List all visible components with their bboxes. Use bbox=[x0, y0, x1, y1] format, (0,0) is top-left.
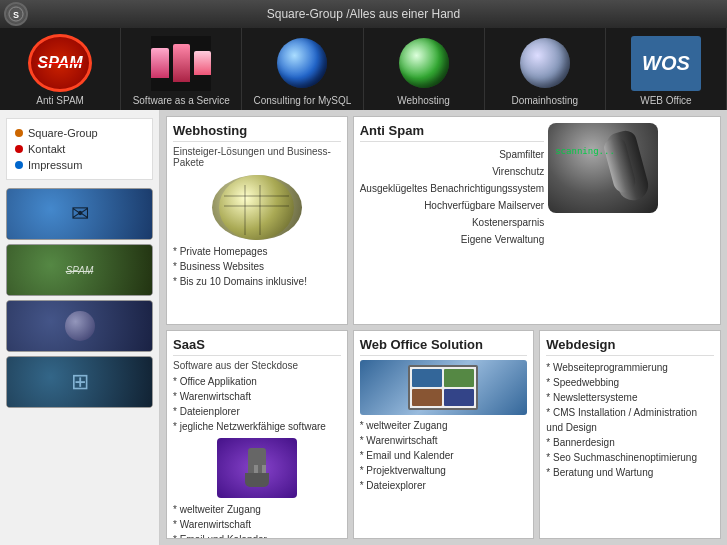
webhosting-login-icon bbox=[65, 311, 95, 341]
login-bg: SPAM bbox=[7, 245, 152, 295]
nav-antispam-label: Anti SPAM bbox=[36, 95, 84, 106]
nav-domainhosting-label: Domainhosting bbox=[511, 95, 578, 106]
nav-item-antispam[interactable]: SPAM Anti SPAM bbox=[0, 28, 121, 110]
nav-item-domainhosting[interactable]: Domainhosting bbox=[485, 28, 606, 110]
weboffice-icon: ⊞ bbox=[71, 369, 89, 395]
saas-subtitle: Software aus der Steckdose bbox=[173, 360, 341, 371]
screen-mini-2 bbox=[444, 369, 474, 387]
list-item: Bannerdesign bbox=[546, 435, 714, 450]
list-item: Beratung und Wartung bbox=[546, 465, 714, 480]
main: Square-Group Kontakt Impressum ✉ Home-Ma… bbox=[0, 110, 727, 545]
screen-mockup bbox=[408, 365, 478, 410]
list-item: Email und Kalender bbox=[360, 448, 528, 463]
nav-weboffice-image: WOS bbox=[606, 33, 726, 93]
nav-item-mysql[interactable]: Consulting for MySQL bbox=[242, 28, 363, 110]
saas-list: Office Applikation Warenwirtschaft Datei… bbox=[173, 374, 341, 434]
sidebar-item-impressum[interactable]: Impressum bbox=[15, 157, 144, 173]
list-item: Projektverwaltung bbox=[360, 463, 528, 478]
list-item: Warenwirtschaft bbox=[173, 389, 341, 404]
list-item: Private Homepages bbox=[173, 244, 341, 259]
weboffice-list: weltweiter Zugang Warenwirtschaft Email … bbox=[360, 418, 528, 493]
header-title: Square-Group /Alles aus einer Hand bbox=[267, 7, 460, 21]
sidebar-item-square-group[interactable]: Square-Group bbox=[15, 125, 144, 141]
webhosting-list: Private Homepages Business Websites Bis … bbox=[173, 244, 341, 289]
list-item: Business Websites bbox=[173, 259, 341, 274]
antispam-image: scanning... bbox=[548, 123, 658, 213]
antispam-feature: Ausgeklügeltes Benachrichtigungssystem bbox=[360, 180, 545, 197]
webhosting-login-button[interactable]: Webhosting Login bbox=[6, 300, 153, 352]
spam-report-login-button[interactable]: SPAM SPAM Report Login bbox=[6, 244, 153, 296]
list-item: weltweiter Zugang bbox=[360, 418, 528, 433]
antispam-panel: Anti Spam Spamfilter Virenschutz Ausgekl… bbox=[353, 116, 721, 325]
antispam-feature: Kostenersparnis bbox=[360, 214, 545, 231]
antispam-feature: Virenschutz bbox=[360, 163, 545, 180]
webdesign-list: Webseiteprogrammierung Speedwebbing News… bbox=[546, 360, 714, 480]
saas-list2: weltweiter Zugang Warenwirtschaft Email … bbox=[173, 502, 341, 539]
list-item: Warenwirtschaft bbox=[360, 433, 528, 448]
webhosting-title: Webhosting bbox=[173, 123, 341, 142]
list-item: jegliche Netzwerkfähige software bbox=[173, 419, 341, 434]
svg-text:S: S bbox=[13, 10, 19, 20]
antispam-feature: Hochverfügbare Mailserver bbox=[360, 197, 545, 214]
screen-mini-3 bbox=[412, 389, 442, 407]
logo-icon[interactable]: S bbox=[4, 2, 28, 26]
list-item: Bis zu 10 Domains inklusive! bbox=[173, 274, 341, 289]
screen-mini-4 bbox=[444, 389, 474, 407]
list-item: Email und Kalender bbox=[173, 532, 341, 539]
header: S Square-Group /Alles aus einer Hand bbox=[0, 0, 727, 28]
bullet-icon bbox=[15, 161, 23, 169]
nav-webhosting-label: Webhosting bbox=[397, 95, 450, 106]
list-item: Seo Suchmaschinenoptimierung bbox=[546, 450, 714, 465]
nav-item-webhosting[interactable]: Webhosting bbox=[364, 28, 485, 110]
webhosting-panel: Webhosting Einsteiger-Lösungen und Busin… bbox=[166, 116, 348, 325]
content: Webhosting Einsteiger-Lösungen und Busin… bbox=[160, 110, 727, 545]
nav-antispam-image: SPAM bbox=[0, 33, 120, 93]
nav-mysql-image bbox=[242, 33, 362, 93]
list-item: Newslettersysteme bbox=[546, 390, 714, 405]
list-item: Office Applikation bbox=[173, 374, 341, 389]
home-mail-login-button[interactable]: ✉ Home-Mail Login bbox=[6, 188, 153, 240]
spam-icon: SPAM bbox=[66, 265, 94, 276]
nav-item-saas[interactable]: Software as a Service bbox=[121, 28, 242, 110]
sidebar-nav: Square-Group Kontakt Impressum bbox=[6, 118, 153, 180]
sidebar-item-label: Square-Group bbox=[28, 127, 98, 139]
weboffice-image bbox=[360, 360, 528, 415]
web-office-login-button[interactable]: ⊞ Web Office Login bbox=[6, 356, 153, 408]
saas-panel: SaaS Software aus der Steckdose Office A… bbox=[166, 330, 348, 539]
list-item: CMS Installation / Administration und De… bbox=[546, 405, 714, 435]
sidebar: Square-Group Kontakt Impressum ✉ Home-Ma… bbox=[0, 110, 160, 545]
webhosting-globe-image bbox=[212, 175, 302, 240]
list-item: Dateiexplorer bbox=[360, 478, 528, 493]
list-item: Warenwirtschaft bbox=[173, 517, 341, 532]
login-bg: ⊞ bbox=[7, 357, 152, 407]
weboffice-panel: Web Office Solution weltweiter Zugang Wa… bbox=[353, 330, 535, 539]
weboffice-title: Web Office Solution bbox=[360, 337, 528, 356]
nav-weboffice-label: WEB Office bbox=[640, 95, 692, 106]
nav-webhosting-image bbox=[364, 33, 484, 93]
antispam-feature: Spamfilter bbox=[360, 146, 545, 163]
screen-mini-1 bbox=[412, 369, 442, 387]
sidebar-item-label: Impressum bbox=[28, 159, 82, 171]
list-item: Dateienplorer bbox=[173, 404, 341, 419]
antispam-title: Anti Spam bbox=[360, 123, 545, 142]
antispam-features: Spamfilter Virenschutz Ausgeklügeltes Be… bbox=[360, 146, 545, 248]
nav-saas-image bbox=[121, 33, 241, 93]
nav-bar: SPAM Anti SPAM Software as a Service Con… bbox=[0, 28, 727, 110]
list-item: weltweiter Zugang bbox=[173, 502, 341, 517]
sidebar-item-kontakt[interactable]: Kontakt bbox=[15, 141, 144, 157]
nav-item-weboffice[interactable]: WOS WEB Office bbox=[606, 28, 727, 110]
bullet-icon bbox=[15, 129, 23, 137]
webdesign-panel: Webdesign Webseiteprogrammierung Speedwe… bbox=[539, 330, 721, 539]
list-item: Webseiteprogrammierung bbox=[546, 360, 714, 375]
scanning-text: scanning... bbox=[555, 146, 615, 156]
mail-icon: ✉ bbox=[71, 201, 89, 227]
nav-saas-label: Software as a Service bbox=[133, 95, 230, 106]
saas-title: SaaS bbox=[173, 337, 341, 356]
webhosting-subtitle: Einsteiger-Lösungen und Business-Pakete bbox=[173, 146, 341, 168]
list-item: Speedwebbing bbox=[546, 375, 714, 390]
saas-plug-image bbox=[217, 438, 297, 498]
antispam-feature: Eigene Verwaltung bbox=[360, 231, 545, 248]
sidebar-item-label: Kontakt bbox=[28, 143, 65, 155]
nav-domainhosting-image bbox=[485, 33, 605, 93]
nav-mysql-label: Consulting for MySQL bbox=[254, 95, 352, 106]
